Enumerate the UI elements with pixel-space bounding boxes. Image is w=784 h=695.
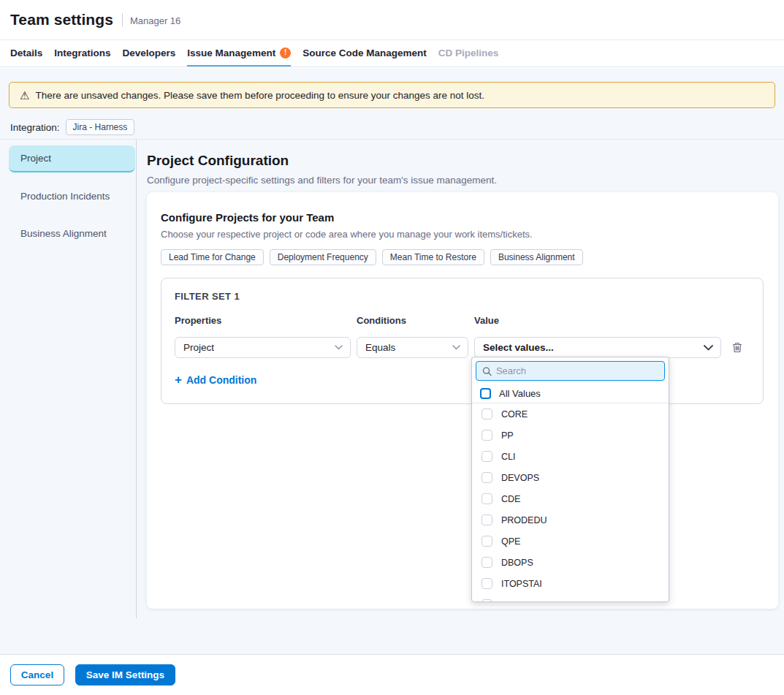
sidebar-item-production-incidents[interactable]: Production Incidents — [0, 183, 136, 210]
checkbox[interactable] — [482, 536, 492, 547]
chip-deployment-frequency: Deployment Frequency — [270, 249, 376, 265]
dropdown-option-devops[interactable]: DEVOPS — [472, 467, 669, 488]
value-column-label: Value — [474, 315, 721, 326]
warning-text: There are unsaved changes. Please save t… — [35, 90, 484, 101]
filter-row: Project Equals Select values... — [175, 337, 750, 358]
dropdown-option-qpe[interactable]: QPE — [472, 531, 669, 552]
chevron-down-icon — [704, 345, 713, 351]
integration-label: Integration: — [10, 122, 60, 133]
footer-actions: Cancel Save IM Settings — [0, 654, 784, 695]
dropdown-option-cde[interactable]: CDE — [472, 488, 669, 509]
tab-details[interactable]: Details — [10, 41, 42, 67]
unsaved-changes-banner: ⚠ There are unsaved changes. Please save… — [9, 82, 775, 108]
plus-icon: + — [175, 373, 182, 386]
checkbox[interactable] — [482, 409, 492, 419]
cancel-button[interactable]: Cancel — [10, 664, 64, 685]
section-subtitle: Configure project-specific settings and … — [147, 175, 497, 186]
chevron-down-icon — [452, 345, 460, 350]
delete-filter-button[interactable] — [727, 338, 747, 358]
property-select[interactable]: Project — [175, 337, 351, 358]
page-header: Team settings Manager 16 — [0, 0, 784, 40]
chevron-down-icon — [335, 345, 343, 350]
dropdown-option-pp[interactable]: PP — [472, 425, 669, 446]
save-im-settings-button[interactable]: Save IM Settings — [75, 664, 175, 685]
chip-lead-time-for-change: Lead Time for Change — [161, 249, 264, 265]
checkbox[interactable] — [482, 514, 492, 525]
filter-set-1: FILTER SET 1 Properties Conditions Value… — [161, 278, 764, 404]
trash-icon — [731, 341, 743, 354]
checkbox[interactable] — [482, 578, 492, 589]
section-title: Project Configuration — [147, 153, 289, 169]
dropdown-option-pipe[interactable]: PIPE — [472, 594, 669, 602]
tab-cd-pipelines: CD Pipelines — [438, 41, 499, 67]
dropdown-option-prodedu[interactable]: PRODEDU — [472, 509, 669, 531]
checkbox[interactable] — [482, 599, 492, 602]
integration-row: Integration: Jira - Harness — [10, 119, 134, 135]
condition-select[interactable]: Equals — [357, 337, 468, 358]
filter-column-labels: Properties Conditions Value — [175, 302, 750, 326]
conditions-column-label: Conditions — [357, 315, 468, 326]
team-name: Manager 16 — [130, 13, 180, 26]
metric-chips: Lead Time for Change Deployment Frequenc… — [161, 249, 764, 265]
project-config-panel: Configure Projects for your Team Choose … — [147, 192, 778, 609]
tab-source-code-management[interactable]: Source Code Management — [302, 41, 427, 67]
filter-set-title: FILTER SET 1 — [175, 291, 750, 302]
unsaved-changes-badge-icon: ! — [280, 48, 291, 58]
value-dropdown-popover: All Values CORE PP CLI DEVOPS CDE PRODED… — [471, 357, 669, 602]
dropdown-option-cli[interactable]: CLI — [472, 446, 669, 467]
settings-tabbar: Details Integrations Developers Issue Ma… — [0, 41, 784, 67]
section-sidebar: Project Production Incidents Business Al… — [0, 140, 136, 247]
dropdown-option-core[interactable]: CORE — [472, 403, 669, 425]
tab-developers[interactable]: Developers — [123, 41, 176, 67]
checkbox-all-values[interactable] — [480, 388, 491, 399]
sidebar-item-business-alignment[interactable]: Business Alignment — [0, 220, 136, 247]
warning-triangle-icon: ⚠ — [20, 90, 29, 101]
properties-column-label: Properties — [175, 315, 351, 326]
search-input[interactable] — [496, 365, 658, 376]
checkbox[interactable] — [482, 430, 492, 441]
checkbox[interactable] — [482, 472, 492, 483]
chip-business-alignment: Business Alignment — [490, 249, 583, 265]
tab-issue-management[interactable]: Issue Management ! — [187, 41, 291, 67]
tab-integrations[interactable]: Integrations — [54, 41, 110, 67]
dropdown-option-itopstai[interactable]: ITOPSTAI — [472, 573, 669, 594]
value-multiselect[interactable]: Select values... — [474, 337, 721, 358]
checkbox[interactable] — [482, 493, 492, 504]
checkbox[interactable] — [482, 451, 492, 462]
card-subtitle: Choose your respective project or code a… — [161, 229, 764, 240]
card-title: Configure Projects for your Team — [161, 211, 764, 224]
chip-mean-time-to-restore: Mean Time to Restore — [382, 249, 484, 265]
team-settings-page: Team settings Manager 16 Details Integra… — [0, 0, 784, 695]
checkbox[interactable] — [482, 557, 492, 568]
sidebar-item-project[interactable]: Project — [9, 145, 135, 172]
dropdown-search[interactable] — [476, 361, 665, 381]
dropdown-option-dbops[interactable]: DBOPS — [472, 552, 669, 573]
search-icon — [482, 366, 492, 376]
add-condition-button[interactable]: + Add Condition — [175, 373, 256, 386]
title-divider — [122, 13, 123, 26]
page-title: Team settings — [10, 11, 113, 29]
sidebar-divider — [136, 140, 137, 618]
integration-chip[interactable]: Jira - Harness — [66, 119, 135, 135]
all-values-option[interactable]: All Values — [472, 384, 669, 403]
